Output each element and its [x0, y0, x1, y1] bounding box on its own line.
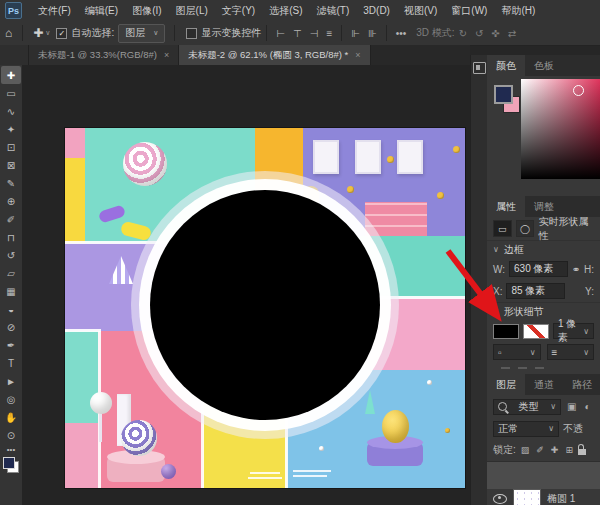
menu-layer[interactable]: 图层(L) [169, 0, 215, 21]
document-tab-untitled-2[interactable]: 未标题-2 @ 62.1% (椭圆 3, RGB/8#) * × [179, 45, 370, 65]
document-tab-untitled-1[interactable]: 未标题-1 @ 33.3%(RGB/8#) × [29, 45, 179, 65]
type-tool[interactable]: T [1, 354, 21, 372]
align-top-icon[interactable]: ⊩ [347, 28, 364, 39]
lasso-tool[interactable]: ∿ [1, 102, 21, 120]
home-icon[interactable]: ⌂ [0, 26, 17, 40]
striped-ball [121, 420, 157, 456]
align-bottom-icon[interactable]: ⊪ [364, 28, 381, 39]
layer-name[interactable]: 椭圆 1 [547, 492, 575, 505]
menu-view[interactable]: 视图(V) [397, 0, 444, 21]
width-row: W: 630 像素 ⚭ H: [487, 258, 600, 280]
3d-drag-icon[interactable]: ✜ [487, 28, 503, 39]
border-section-header[interactable]: ∨ 边框 [487, 240, 600, 258]
3d-roll-icon[interactable]: ↺ [471, 28, 487, 39]
chevron-down-icon[interactable]: ∨ [45, 29, 50, 37]
lock-position-icon[interactable]: ✚ [549, 445, 561, 455]
quick-selection-tool[interactable]: ✦ [1, 120, 21, 138]
layer-filter-dropdown[interactable]: 类型 ∨ [493, 399, 561, 415]
rect-shape-icon[interactable]: ▭ [493, 220, 512, 237]
artwork-tile [65, 423, 98, 488]
menu-edit[interactable]: 编辑(E) [78, 0, 125, 21]
3d-slide-icon[interactable]: ⇄ [504, 28, 520, 39]
layer-row[interactable]: 椭圆 1 [487, 489, 600, 505]
close-tab-icon[interactable]: × [355, 50, 360, 60]
artwork-image[interactable] [65, 128, 465, 488]
ellipse-shape-icon[interactable]: ◯ [516, 220, 535, 237]
healing-brush-tool[interactable]: ⊕ [1, 192, 21, 210]
tab-paths[interactable]: 路径 [563, 374, 600, 395]
edit-toolbar-icon[interactable]: ••• [7, 445, 15, 454]
3d-rotate-icon[interactable]: ↻ [455, 28, 471, 39]
auto-select-checkbox[interactable]: ✓ [56, 28, 67, 39]
filter-adjustment-layers-icon[interactable]: ◐ [582, 401, 592, 412]
filter-pixel-layers-icon[interactable]: ▣ [565, 401, 578, 412]
color-picker-cursor[interactable] [573, 85, 584, 96]
lock-paint-icon[interactable]: ✐ [534, 445, 546, 455]
foreground-color-swatch[interactable] [3, 457, 15, 469]
tab-channels[interactable]: 通道 [525, 374, 563, 395]
stroke-width-dropdown[interactable]: 1 像素 ∨ [553, 323, 594, 339]
menu-type[interactable]: 文字(Y) [215, 0, 262, 21]
chevron-down-icon: ∨ [153, 29, 158, 37]
path-selection-tool[interactable]: ► [1, 372, 21, 390]
pen-tool[interactable]: ✒ [1, 336, 21, 354]
menu-3d[interactable]: 3D(D) [356, 0, 397, 21]
blend-mode-dropdown[interactable]: 正常 ∨ [493, 421, 559, 437]
tab-properties[interactable]: 属性 [487, 196, 525, 217]
show-transform-checkbox[interactable] [186, 28, 197, 39]
close-tab-icon[interactable]: × [164, 50, 169, 60]
dodge-tool[interactable]: ⊘ [1, 318, 21, 336]
history-brush-tool[interactable]: ↺ [1, 246, 21, 264]
gradient-tool[interactable]: ▦ [1, 282, 21, 300]
border-section-label: 边框 [504, 243, 524, 257]
crop-tool[interactable]: ⊡ [1, 138, 21, 156]
auto-select-target-dropdown[interactable]: 图层 ∨ [118, 24, 165, 43]
brush-tool[interactable]: ✐ [1, 210, 21, 228]
clone-stamp-tool[interactable]: ⊓ [1, 228, 21, 246]
menu-image[interactable]: 图像(I) [125, 0, 168, 21]
x-field[interactable]: 85 像素 [506, 283, 565, 299]
fill-color-swatch[interactable] [493, 324, 519, 339]
link-dimensions-icon[interactable]: ⚭ [572, 264, 580, 275]
align-center-icon[interactable]: ⊤ [289, 28, 306, 39]
canvas-area[interactable] [22, 65, 470, 505]
gold-coin [387, 156, 394, 163]
collapse-panels-icon[interactable] [473, 62, 486, 74]
color-picker-gradient[interactable] [521, 79, 600, 179]
distribute-icon[interactable]: ≡ [323, 28, 337, 39]
width-field[interactable]: 630 像素 [509, 261, 568, 277]
tab-swatches[interactable]: 色板 [525, 55, 563, 76]
zoom-tool[interactable]: ⊙ [1, 426, 21, 444]
align-right-icon[interactable]: ⊣ [306, 28, 323, 39]
lock-transparent-icon[interactable]: ▨ [519, 445, 532, 455]
align-left-icon[interactable]: ⊢ [272, 28, 289, 39]
rect-marquee-tool[interactable]: ▭ [1, 84, 21, 102]
stroke-align-dropdown[interactable]: ≡ ∨ [547, 344, 595, 360]
lock-all-icon[interactable] [578, 449, 586, 455]
menu-filter[interactable]: 滤镜(T) [310, 0, 357, 21]
tab-layers[interactable]: 图层 [487, 374, 525, 395]
gold-coin [437, 192, 444, 199]
black-ellipse-shape[interactable] [150, 190, 380, 420]
blur-tool[interactable]: ◒ [1, 300, 21, 318]
menu-window[interactable]: 窗口(W) [444, 0, 494, 21]
menu-select[interactable]: 选择(S) [262, 0, 309, 21]
tab-color[interactable]: 颜色 [487, 55, 525, 76]
menu-file[interactable]: 文件(F) [31, 0, 78, 21]
stroke-color-swatch[interactable] [523, 324, 549, 339]
more-options-icon[interactable]: ••• [392, 28, 411, 39]
eyedropper-tool[interactable]: ✎ [1, 174, 21, 192]
foreground-color-swatch[interactable] [494, 85, 513, 104]
color-swatches[interactable] [3, 457, 19, 473]
menu-help[interactable]: 帮助(H) [494, 0, 542, 21]
eraser-tool[interactable]: ▱ [1, 264, 21, 282]
layer-visibility-icon[interactable] [493, 494, 507, 504]
selected-layer-row[interactable] [487, 461, 600, 489]
move-tool[interactable]: ✚ [1, 66, 21, 84]
lock-artboard-icon[interactable]: ⊞ [563, 445, 575, 455]
frame-tool[interactable]: ⊠ [1, 156, 21, 174]
stroke-type-dropdown[interactable]: ▫ ∨ [493, 344, 541, 360]
ellipse-tool[interactable]: ◎ [1, 390, 21, 408]
layer-thumbnail[interactable] [513, 489, 541, 505]
hand-tool[interactable]: ✋ [1, 408, 21, 426]
